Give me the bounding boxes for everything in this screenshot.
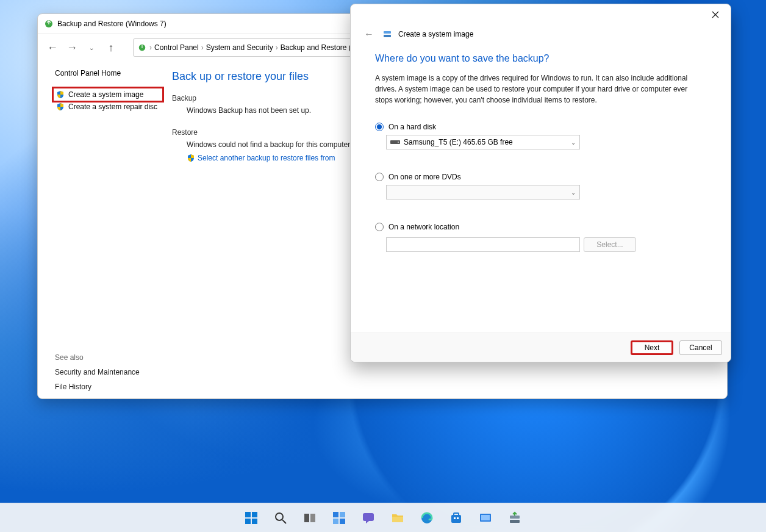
sidebar-create-repair-disc[interactable]: Create a system repair disc bbox=[55, 101, 161, 113]
sidebar-create-system-image[interactable]: Create a system image bbox=[55, 88, 161, 101]
shield-icon bbox=[56, 102, 65, 111]
svg-rect-19 bbox=[392, 517, 403, 522]
svg-point-5 bbox=[398, 142, 399, 143]
create-system-image-wizard: ← Create a system image Where do you wan… bbox=[350, 4, 731, 362]
svg-rect-24 bbox=[457, 517, 459, 519]
chevron-right-icon: › bbox=[276, 43, 278, 52]
svg-rect-18 bbox=[363, 513, 374, 521]
sidebar-file-history[interactable]: File History bbox=[55, 383, 161, 391]
svg-line-11 bbox=[282, 520, 286, 523]
taskbar-edge[interactable] bbox=[415, 506, 439, 530]
shield-icon bbox=[56, 90, 65, 99]
option-label: On a hard disk bbox=[388, 123, 436, 131]
taskbar-backup-app[interactable] bbox=[503, 506, 527, 530]
wizard-header: ← Create a system image bbox=[351, 25, 731, 40]
select-network-button[interactable]: Select... bbox=[584, 237, 636, 252]
sidebar: Control Panel Home Create a system image… bbox=[38, 62, 167, 398]
wizard-footer: Next Cancel bbox=[351, 332, 731, 362]
option-label: On a network location bbox=[388, 223, 459, 231]
drive-icon bbox=[390, 139, 400, 145]
wizard-question: Where do you want to save the backup? bbox=[375, 53, 706, 64]
svg-rect-9 bbox=[252, 519, 257, 524]
svg-rect-28 bbox=[510, 520, 520, 523]
restore-select-label: Select another backup to restore files f… bbox=[198, 154, 335, 162]
svg-rect-2 bbox=[384, 31, 391, 34]
svg-rect-26 bbox=[481, 515, 490, 520]
hard-disk-value: Samsung_T5 (E:) 465.65 GB free bbox=[404, 138, 513, 146]
chevron-down-icon: ⌄ bbox=[571, 189, 576, 196]
taskbar-settings[interactable] bbox=[473, 506, 498, 530]
taskbar[interactable] bbox=[0, 503, 766, 532]
breadcrumb-item[interactable]: System and Security bbox=[206, 43, 273, 52]
chevron-down-icon: ⌄ bbox=[571, 139, 576, 146]
svg-rect-15 bbox=[340, 512, 345, 517]
option-network[interactable]: On a network location bbox=[375, 223, 706, 231]
option-hard-disk[interactable]: On a hard disk bbox=[375, 123, 706, 131]
network-location-input[interactable] bbox=[386, 237, 580, 252]
window-title: Backup and Restore (Windows 7) bbox=[57, 20, 166, 28]
option-network-group: On a network location Select... bbox=[375, 223, 706, 252]
wizard-description: A system image is a copy of the drives r… bbox=[375, 73, 706, 106]
option-dvd-group: On one or more DVDs ⌄ bbox=[375, 173, 706, 200]
option-label: On one or more DVDs bbox=[388, 173, 461, 181]
svg-point-10 bbox=[276, 513, 283, 520]
taskbar-file-explorer[interactable] bbox=[385, 506, 410, 530]
backup-icon-small bbox=[137, 43, 147, 52]
radio-dvd[interactable] bbox=[375, 173, 384, 181]
close-button[interactable] bbox=[705, 6, 726, 23]
svg-rect-8 bbox=[245, 519, 251, 524]
wizard-back-button[interactable]: ← bbox=[362, 29, 376, 40]
sidebar-item-label: Create a system image bbox=[68, 90, 143, 99]
svg-rect-3 bbox=[384, 35, 391, 37]
wizard-header-title: Create a system image bbox=[398, 30, 473, 38]
next-button[interactable]: Next bbox=[631, 340, 673, 355]
radio-network[interactable] bbox=[375, 223, 384, 231]
taskbar-chat[interactable] bbox=[356, 506, 381, 530]
see-also-label: See also bbox=[55, 353, 161, 362]
svg-rect-23 bbox=[454, 517, 456, 519]
taskbar-widgets[interactable] bbox=[327, 506, 351, 530]
svg-rect-17 bbox=[340, 519, 345, 524]
svg-rect-14 bbox=[333, 512, 338, 517]
svg-rect-22 bbox=[454, 513, 459, 516]
cancel-button[interactable]: Cancel bbox=[679, 340, 722, 355]
radio-hard-disk[interactable] bbox=[375, 123, 384, 131]
svg-rect-12 bbox=[304, 514, 309, 522]
nav-back-button[interactable]: ← bbox=[44, 39, 61, 56]
dvd-dropdown[interactable]: ⌄ bbox=[386, 185, 580, 200]
chevron-right-icon: › bbox=[149, 43, 152, 52]
nav-recent-button[interactable]: ⌄ bbox=[83, 39, 100, 56]
wizard-titlebar[interactable] bbox=[351, 4, 731, 25]
svg-rect-13 bbox=[310, 514, 315, 522]
svg-rect-27 bbox=[510, 516, 520, 519]
option-dvd[interactable]: On one or more DVDs bbox=[375, 173, 706, 181]
svg-rect-7 bbox=[252, 512, 257, 517]
shield-icon bbox=[187, 154, 195, 162]
drive-stack-icon bbox=[382, 29, 392, 39]
taskbar-search[interactable] bbox=[268, 506, 293, 530]
breadcrumb-item[interactable]: Control Panel bbox=[154, 43, 199, 52]
nav-up-button[interactable]: ↑ bbox=[102, 39, 120, 56]
svg-rect-6 bbox=[245, 512, 251, 517]
chevron-right-icon: › bbox=[201, 43, 204, 52]
hard-disk-dropdown[interactable]: Samsung_T5 (E:) 465.65 GB free ⌄ bbox=[386, 135, 580, 149]
svg-rect-16 bbox=[333, 519, 338, 524]
sidebar-security-maintenance[interactable]: Security and Maintenance bbox=[55, 368, 161, 376]
nav-forward-button[interactable]: → bbox=[63, 39, 81, 56]
wizard-body: Where do you want to save the backup? A … bbox=[351, 40, 731, 332]
backup-icon bbox=[44, 19, 54, 29]
sidebar-item-label: Create a system repair disc bbox=[68, 102, 157, 111]
taskbar-task-view[interactable] bbox=[298, 506, 322, 530]
taskbar-start[interactable] bbox=[239, 506, 263, 530]
sidebar-control-panel-home[interactable]: Control Panel Home bbox=[55, 69, 161, 77]
taskbar-store[interactable] bbox=[444, 506, 468, 530]
option-hard-disk-group: On a hard disk Samsung_T5 (E:) 465.65 GB… bbox=[375, 123, 706, 149]
